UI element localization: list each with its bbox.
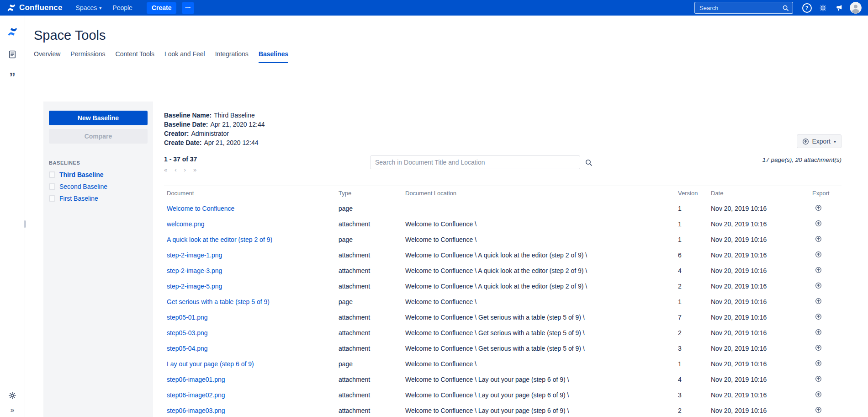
type-cell: attachment: [336, 329, 402, 337]
location-cell: Welcome to Confluence \ A quick look at …: [402, 251, 675, 259]
document-link[interactable]: A quick look at the editor (step 2 of 9): [164, 236, 336, 243]
tab[interactable]: Baselines: [259, 50, 288, 63]
document-link[interactable]: step-2-image-1.png: [164, 251, 336, 259]
baselines-heading: BASELINES: [49, 160, 148, 166]
table-row: step-2-image-5.png attachment Welcome to…: [164, 278, 842, 294]
help-icon[interactable]: ?: [802, 3, 812, 13]
baseline-link[interactable]: First Baseline: [59, 195, 98, 202]
row-export-button[interactable]: [815, 220, 822, 227]
megaphone-icon[interactable]: [834, 3, 844, 13]
row-export-button[interactable]: [815, 391, 822, 398]
baseline-link[interactable]: Second Baseline: [59, 183, 107, 190]
row-export-button[interactable]: [815, 204, 822, 211]
create-button[interactable]: Create: [147, 2, 177, 14]
compare-button[interactable]: Compare: [49, 129, 148, 144]
export-button[interactable]: Export ▾: [797, 134, 842, 148]
baseline-detail: Export ▾ Baseline Name:Third Baseline Ba…: [164, 102, 842, 417]
tab[interactable]: Overview: [34, 50, 60, 63]
row-export-button[interactable]: [815, 313, 822, 320]
confluence-home-link[interactable]: Confluence: [6, 3, 63, 13]
type-cell: attachment: [336, 251, 402, 259]
pagination-arrow[interactable]: ‹: [175, 167, 176, 173]
meta-value: Administrator: [191, 130, 228, 137]
document-link[interactable]: step05-03.png: [164, 329, 336, 337]
document-link[interactable]: Welcome to Confluence: [164, 205, 336, 212]
document-link[interactable]: step06-image01.png: [164, 376, 336, 383]
document-link[interactable]: step-2-image-5.png: [164, 283, 336, 290]
new-baseline-button[interactable]: New Baseline: [49, 111, 148, 125]
meta-value: Apr 21, 2020 12:44: [210, 121, 265, 128]
document-link[interactable]: step06-image02.png: [164, 391, 336, 399]
baseline-list-item: Third Baseline: [49, 171, 148, 178]
export-cell: [810, 251, 842, 259]
global-search-box[interactable]: [694, 2, 793, 14]
date-cell: Nov 20, 2019 10:16: [708, 360, 810, 368]
nav-spaces[interactable]: Spaces ▾: [72, 2, 106, 13]
meta-line: Creator:Administrator: [164, 129, 842, 138]
document-link[interactable]: step06-image03.png: [164, 407, 336, 414]
table-header-row: Document Type Document Location Version …: [164, 186, 842, 201]
export-cell: [810, 313, 842, 321]
main-content: Space Tools Overview Permissions Content…: [25, 16, 868, 417]
quote-icon[interactable]: ”: [6, 71, 18, 83]
settings-gear-icon[interactable]: [818, 3, 828, 13]
row-export-button[interactable]: [815, 298, 822, 305]
user-avatar[interactable]: [850, 2, 862, 14]
export-cell: [810, 344, 842, 353]
tab[interactable]: Permissions: [70, 50, 105, 63]
export-icon: [802, 138, 809, 145]
tab[interactable]: Content Tools: [116, 50, 154, 63]
baseline-list: Third Baseline Second Baseline First Bas…: [49, 171, 148, 202]
location-cell: Welcome to Confluence \ Get serious with…: [402, 345, 675, 352]
type-cell: attachment: [336, 283, 402, 290]
tab[interactable]: Look and Feel: [164, 50, 205, 63]
baselines-panel: New Baseline Compare BASELINES Third Bas…: [43, 102, 153, 417]
search-icon[interactable]: [782, 4, 789, 11]
export-cell: [810, 329, 842, 337]
pagination-arrow[interactable]: »: [193, 167, 196, 173]
space-logo-icon[interactable]: [6, 26, 18, 37]
document-link[interactable]: step05-04.png: [164, 345, 336, 352]
row-export-button[interactable]: [815, 344, 822, 351]
tab[interactable]: Integrations: [215, 50, 249, 63]
pagination-arrow[interactable]: «: [164, 167, 167, 173]
baseline-checkbox[interactable]: [49, 195, 55, 202]
pages-icon[interactable]: [6, 48, 18, 60]
document-link[interactable]: step-2-image-3.png: [164, 267, 336, 274]
type-cell: attachment: [336, 267, 402, 274]
row-export-button[interactable]: [815, 406, 822, 413]
meta-label: Baseline Date:: [164, 121, 208, 128]
row-export-button[interactable]: [815, 282, 822, 289]
document-link[interactable]: welcome.png: [164, 220, 336, 228]
table-row: step05-03.png attachment Welcome to Conf…: [164, 325, 842, 341]
search-icon[interactable]: [585, 159, 593, 166]
sidebar-resize-handle[interactable]: [24, 220, 26, 228]
type-cell: attachment: [336, 407, 402, 414]
table-row: step05-01.png attachment Welcome to Conf…: [164, 310, 842, 325]
row-export-button[interactable]: [815, 375, 822, 382]
row-export-button[interactable]: [815, 251, 822, 258]
documents-table: Document Type Document Location Version …: [164, 186, 842, 417]
document-link[interactable]: Get serious with a table (step 5 of 9): [164, 298, 336, 305]
baseline-checkbox[interactable]: [49, 183, 55, 190]
space-settings-gear-icon[interactable]: [6, 390, 18, 401]
row-export-button[interactable]: [815, 267, 822, 273]
document-link[interactable]: Lay out your page (step 6 of 9): [164, 360, 336, 368]
document-search-input[interactable]: [370, 155, 580, 169]
location-cell: Welcome to Confluence \: [402, 236, 675, 243]
row-export-button[interactable]: [815, 329, 822, 336]
pagination-arrow[interactable]: ›: [184, 167, 186, 173]
export-cell: [810, 235, 842, 244]
document-link[interactable]: step05-01.png: [164, 314, 336, 321]
global-search-input[interactable]: [699, 4, 782, 12]
sidebar-expand-icon[interactable]: »: [11, 407, 15, 413]
column-header: Export: [810, 190, 842, 197]
row-export-button[interactable]: [815, 235, 822, 242]
baseline-checkbox[interactable]: [49, 171, 55, 178]
row-export-button[interactable]: [815, 360, 822, 367]
table-row: Get serious with a table (step 5 of 9) p…: [164, 294, 842, 310]
more-options-button[interactable]: •••: [182, 2, 194, 14]
nav-people[interactable]: People: [108, 2, 137, 13]
meta-label: Creator:: [164, 130, 189, 137]
baseline-link[interactable]: Third Baseline: [59, 171, 103, 178]
